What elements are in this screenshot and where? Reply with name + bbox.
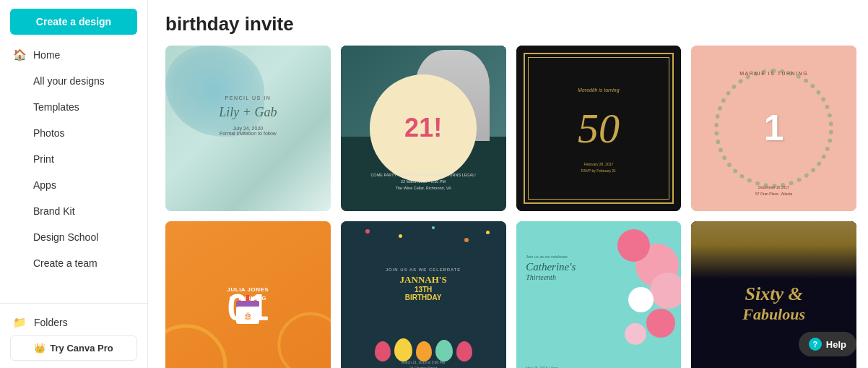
card1-pencil-text: PENCIL US IN bbox=[165, 95, 331, 100]
home-icon: 🏠 bbox=[13, 48, 26, 61]
card7-name: Catherine's bbox=[526, 260, 576, 273]
brand-icon bbox=[13, 205, 26, 218]
print-icon bbox=[13, 153, 26, 166]
template-card-4[interactable]: MARNIE IS TURNING 1 December 16 2017 57 … bbox=[691, 46, 856, 211]
template-card-3[interactable]: Meredith is turning 50 February 28, 2017… bbox=[516, 46, 682, 211]
template-card-2[interactable]: 21! COME PARTY WITH US AS LEX FINALLY TU… bbox=[341, 46, 506, 211]
template-card-5[interactable]: JULIA JONES IS TURNING 01 🎂 bbox=[165, 221, 331, 368]
folder-icon: 📁 bbox=[13, 316, 27, 329]
card6-celebrate: Join us as we celebrate bbox=[341, 268, 506, 272]
sidebar-item-brand-kit[interactable]: Brand Kit bbox=[0, 198, 147, 224]
card5-cake: 🎂 bbox=[236, 295, 259, 324]
gallery: PENCIL US IN Lily + Gab July 24, 2020 Fo… bbox=[148, 46, 868, 368]
sidebar: Create a design 🏠 Home All your designs … bbox=[0, 0, 148, 368]
sidebar-item-photos[interactable]: Photos bbox=[0, 120, 147, 146]
template-card-7[interactable]: Join us as we celebrate Catherine's Thir… bbox=[516, 221, 682, 368]
folders-item[interactable]: 📁 Folders bbox=[10, 309, 137, 335]
sidebar-item-home[interactable]: 🏠 Home bbox=[0, 42, 147, 68]
card6-name1: JANNAH'S bbox=[341, 274, 506, 286]
card1-names: Lily + Gab bbox=[165, 105, 331, 120]
design-school-icon bbox=[13, 231, 26, 244]
gallery-grid: PENCIL US IN Lily + Gab July 24, 2020 Fo… bbox=[165, 46, 856, 368]
sidebar-item-print[interactable]: Print bbox=[0, 146, 147, 172]
card6-name3: BIRTHDAY bbox=[341, 294, 506, 301]
help-button[interactable]: ? Help bbox=[799, 332, 856, 356]
apps-icon bbox=[13, 179, 26, 192]
sidebar-item-apps[interactable]: Apps bbox=[0, 172, 147, 198]
main-content: birthday invite PENCIL US IN Lily + Gab … bbox=[148, 0, 868, 368]
help-icon: ? bbox=[809, 338, 822, 351]
sidebar-bottom: 📁 Folders 👑 Try Canva Pro bbox=[0, 303, 147, 368]
crown-icon: 👑 bbox=[34, 343, 45, 354]
template-card-1[interactable]: PENCIL US IN Lily + Gab July 24, 2020 Fo… bbox=[165, 46, 331, 211]
create-design-button[interactable]: Create a design bbox=[10, 9, 137, 35]
card7-join: Join us as we celebrate bbox=[526, 254, 576, 259]
sidebar-item-design-school[interactable]: Design School bbox=[0, 224, 147, 250]
team-icon bbox=[13, 257, 26, 270]
card4-number: 1 bbox=[764, 107, 784, 149]
card1-date: July 24, 2020 Formal invitation to follo… bbox=[165, 126, 331, 136]
sidebar-item-templates[interactable]: Templates bbox=[0, 94, 147, 120]
all-designs-icon bbox=[13, 74, 26, 87]
card8-line1: Sixty & bbox=[742, 283, 805, 305]
card4-title-text: MARNIE IS TURNING bbox=[739, 71, 808, 76]
card2-number: 21! bbox=[404, 113, 442, 143]
sidebar-item-create-team[interactable]: Create a team bbox=[0, 250, 147, 276]
card8-line2: Fabulous bbox=[742, 305, 805, 324]
page-header: birthday invite bbox=[148, 0, 868, 46]
page-title: birthday invite bbox=[165, 13, 851, 35]
card7-thirteenth: Thirteenth bbox=[526, 273, 576, 281]
card3-number: 50 bbox=[578, 104, 620, 153]
sidebar-item-all-designs[interactable]: All your designs bbox=[0, 68, 147, 94]
card2-text: COME PARTY WITH US AS LEX FINALLY TURNS … bbox=[341, 172, 506, 191]
templates-icon bbox=[13, 100, 26, 114]
try-pro-button[interactable]: 👑 Try Canva Pro bbox=[10, 335, 137, 361]
card6-name2: 13TH bbox=[341, 286, 506, 294]
sidebar-nav: 🏠 Home All your designs Templates Photos… bbox=[0, 42, 147, 303]
template-card-6[interactable]: Join us as we celebrate JANNAH'S 13TH BI… bbox=[341, 221, 506, 368]
card3-subtitle: Meredith is turning bbox=[578, 87, 620, 93]
photos-icon bbox=[13, 127, 26, 140]
